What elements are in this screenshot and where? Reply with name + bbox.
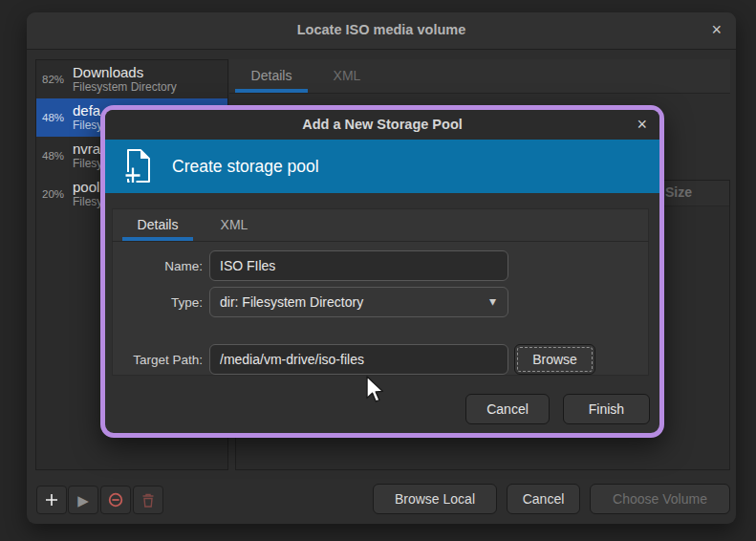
pool-detail-tabbar: Details XML [229, 59, 730, 94]
type-dropdown-value: dir: Filesystem Directory [220, 294, 363, 310]
chevron-down-icon: ▾ [489, 293, 496, 309]
choose-volume-button: Choose Volume [590, 484, 730, 514]
cancel-label: Cancel [523, 491, 565, 507]
stop-pool-button[interactable] [100, 486, 131, 514]
type-dropdown[interactable]: dir: Filesystem Directory ▾ [209, 287, 508, 317]
browse-label: Browse [532, 352, 577, 367]
pool-type: Filesy [73, 195, 102, 208]
trash-icon [140, 492, 156, 509]
tab-details[interactable]: Details [235, 59, 308, 92]
pool-percent: 48% [42, 150, 73, 162]
pool-percent: 20% [42, 188, 73, 200]
pool-percent: 48% [42, 112, 73, 123]
dialog-titlebar[interactable]: Add a New Storage Pool × [105, 110, 659, 140]
dialog-tab-xml[interactable]: XML [212, 208, 256, 241]
create-pool-banner: Create storage pool [105, 140, 659, 193]
add-volume-button[interactable] [36, 486, 67, 514]
pool-name: pool [73, 180, 102, 196]
pool-name: defa [73, 103, 102, 119]
dialog-tab-details[interactable]: Details [122, 208, 193, 241]
banner-label: Create storage pool [172, 157, 319, 177]
type-label: Type: [115, 295, 203, 310]
play-icon: ▶ [77, 493, 89, 508]
plus-icon [44, 492, 59, 508]
dialog-active-tab-underline [122, 237, 193, 241]
start-pool-button[interactable]: ▶ [68, 486, 98, 514]
pool-type: Filesystem Directory [73, 80, 177, 94]
active-tab-underline [235, 89, 308, 93]
browse-local-button[interactable]: Browse Local [373, 484, 497, 514]
name-label: Name: [115, 259, 203, 273]
target-path-label: Target Path: [115, 353, 203, 367]
stop-circle-icon [107, 491, 124, 509]
dialog-cancel-button[interactable]: Cancel [465, 394, 550, 424]
window-titlebar[interactable]: Locate ISO media volume × [27, 12, 736, 50]
pool-name: nvra [73, 141, 102, 158]
target-path-input[interactable] [209, 344, 508, 375]
dialog-close-icon[interactable]: × [637, 113, 647, 136]
browse-button[interactable]: Browse [514, 344, 595, 375]
dialog-finish-label: Finish [589, 401, 624, 417]
tab-xml[interactable]: XML [325, 59, 369, 92]
add-storage-pool-dialog: Add a New Storage Pool × Create storage … [100, 105, 664, 438]
choose-volume-label: Choose Volume [613, 491, 707, 507]
cancel-button[interactable]: Cancel [507, 484, 580, 514]
pool-percent: 82% [42, 74, 73, 85]
pool-name: Downloads [73, 65, 177, 81]
dialog-tabbar: Details XML [112, 208, 649, 242]
window-close-icon[interactable]: × [711, 19, 722, 40]
pool-row-downloads[interactable]: 82% Downloads Filesystem Directory [36, 60, 227, 98]
pool-type: Filesy [73, 157, 102, 170]
window-title: Locate ISO media volume [27, 22, 736, 37]
dialog-finish-button[interactable]: Finish [563, 394, 650, 424]
size-column-header[interactable]: Size [665, 184, 692, 200]
dialog-title: Add a New Storage Pool [105, 117, 659, 132]
pool-type: Filesy [73, 119, 102, 132]
dialog-cancel-label: Cancel [486, 401, 529, 417]
browse-local-label: Browse Local [395, 491, 475, 507]
name-input[interactable] [209, 250, 508, 281]
delete-pool-button[interactable] [133, 486, 163, 514]
new-document-plus-icon [120, 147, 155, 185]
